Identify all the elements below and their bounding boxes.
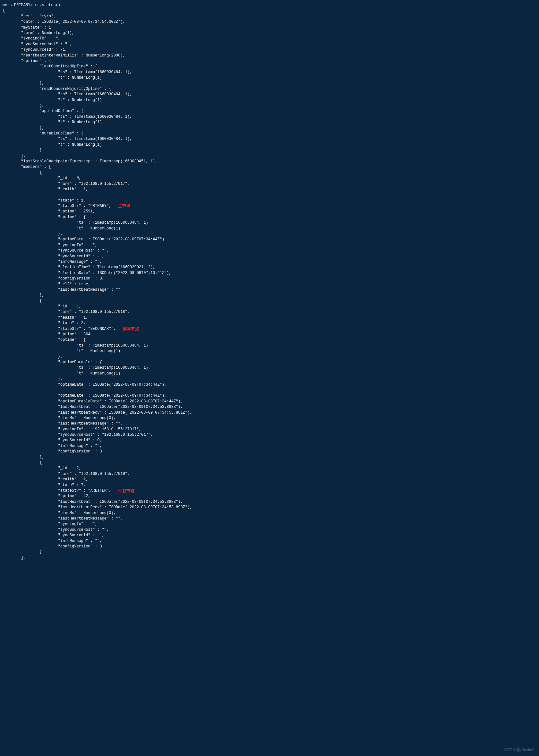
- watermark: CSDN @{illusion}: [504, 747, 534, 753]
- terminal-output: myrs:PRIMARY> rs.status() { "set" : "myr…: [0, 0, 539, 756]
- console-text: myrs:PRIMARY> rs.status() { "set" : "myr…: [3, 3, 536, 561]
- annotation-secondary: 副本节点: [122, 326, 139, 332]
- annotation-arbiter: 仲裁节点: [118, 488, 135, 494]
- annotation-primary: 主节点: [118, 203, 130, 209]
